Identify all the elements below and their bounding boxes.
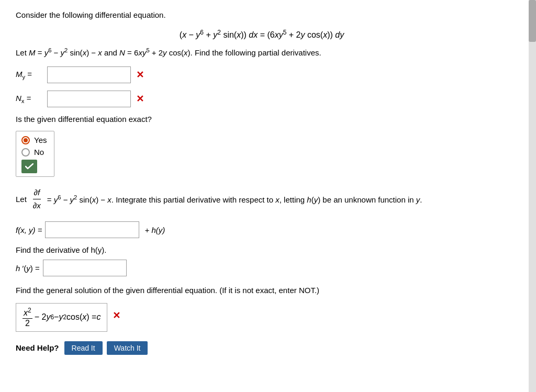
no-label: No (34, 148, 44, 156)
solution-box: x2 2 − 2y6 − y2cos(x) = c (16, 303, 107, 331)
yes-label: Yes (34, 136, 47, 144)
solution-frac-den: 2 (24, 319, 31, 328)
partial-section: Let ∂f ∂x = y6 − y2 sin(x) − x. Integrat… (16, 186, 508, 212)
nx-label-sub: x (21, 98, 25, 104)
partial-fraction: ∂f ∂x (32, 186, 42, 212)
watch-it-button[interactable]: Watch It (107, 341, 148, 355)
my-x-mark: ✕ (136, 69, 144, 81)
partial-num: ∂f (33, 186, 41, 199)
check-button[interactable] (21, 160, 37, 173)
no-radio-row[interactable]: No (21, 148, 47, 156)
checkmark-icon (25, 163, 34, 170)
solution-row: x2 2 − 2y6 − y2cos(x) = c ✕ (16, 300, 508, 331)
find-deriv-text: Find the derivative of h(y). (16, 245, 508, 254)
nx-label-n: N (16, 94, 21, 103)
fxy-input[interactable] (45, 221, 139, 238)
need-help-section: Need Help? Read It Watch It (16, 341, 508, 355)
yes-radio-row[interactable]: Yes (21, 136, 47, 144)
read-it-button[interactable]: Read It (64, 341, 103, 355)
hprime-input[interactable] (43, 260, 127, 276)
main-equation: (x − y6 + y2 sin(x)) dx = (6xy5 + 2y cos… (16, 29, 508, 40)
find-deriv-section: Find the derivative of h(y). h ′(y) = (16, 245, 508, 276)
general-solution-text: Find the general solution of the given d… (16, 286, 508, 295)
fxy-row: f(x, y) = + h(y) (16, 221, 508, 238)
hprime-label: h ′(y) = (16, 264, 40, 273)
intro-section: Consider the following differential equa… (16, 10, 508, 19)
exact-question-text: Is the given differential equation exact… (16, 115, 508, 124)
general-solution-section: Find the general solution of the given d… (16, 286, 508, 331)
my-label: My = (16, 70, 47, 80)
yes-radio-inner (24, 138, 28, 142)
partial-eq-text: = y6 − y2 sin(x) − x. Integrate this par… (47, 193, 422, 206)
solution-frac-num: x2 (23, 307, 32, 318)
my-input[interactable] (47, 66, 131, 83)
hprime-row: h ′(y) = (16, 260, 508, 276)
equation-display: (x − y6 + y2 sin(x)) dx = (6xy5 + 2y cos… (180, 30, 344, 39)
exact-section: Is the given differential equation exact… (16, 115, 508, 177)
solution-x-mark: ✕ (113, 310, 120, 321)
let-statement: Let M = y6 − y2 sin(x) − x and N = 6xy5 … (16, 47, 508, 57)
nx-row: Nx = ✕ (16, 91, 508, 107)
partial-den: ∂x (32, 199, 42, 212)
yes-radio-outer[interactable] (21, 136, 30, 144)
let-text: Let M = y6 − y2 sin(x) − x and N = 6xy5 … (16, 47, 508, 57)
let-word: Let (16, 193, 27, 206)
nx-x-mark: ✕ (136, 93, 144, 105)
fxy-label: f(x, y) = (16, 226, 42, 234)
yes-no-group: Yes No (16, 131, 54, 177)
nx-input[interactable] (47, 91, 131, 107)
plus-hy: + h(y) (144, 226, 165, 234)
nx-label: Nx = (16, 94, 47, 104)
intro-text: Consider the following differential equa… (16, 10, 508, 19)
my-row: My = ✕ (16, 66, 508, 83)
partial-intro-line: Let ∂f ∂x = y6 − y2 sin(x) − x. Integrat… (16, 186, 508, 212)
need-help-label: Need Help? (16, 343, 59, 352)
no-radio-outer[interactable] (21, 148, 30, 156)
solution-content: x2 2 − 2y6 − y2cos(x) = c (23, 307, 100, 328)
my-label-m: M (16, 70, 23, 79)
solution-frac: x2 2 (23, 307, 32, 328)
my-label-sub: y (23, 74, 26, 80)
